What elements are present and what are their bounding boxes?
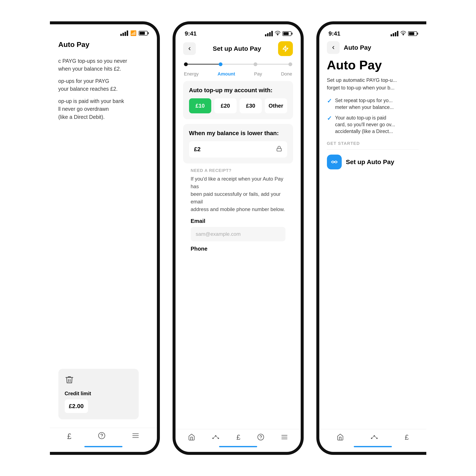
left-phone: 📶 Auto Pay c PAYG top-ups so you neverwh… xyxy=(50,21,160,455)
right-battery-icon xyxy=(408,31,417,36)
step-dot-pay xyxy=(254,62,257,66)
amount-btn-10[interactable]: £10 xyxy=(189,98,211,113)
signal-icon xyxy=(120,31,128,36)
nav-item-help-center[interactable] xyxy=(257,433,264,441)
step-dot-done xyxy=(289,62,292,66)
right-phone-content: Auto Pay Auto Pay Set up automatic PAYG … xyxy=(319,39,426,452)
center-time: 9:41 xyxy=(185,30,197,37)
step-line-2 xyxy=(222,64,254,65)
right-header: Auto Pay xyxy=(319,39,426,58)
receipt-description: If you'd like a receipt when your Auto P… xyxy=(191,175,286,213)
feature-list: ✓ Set repeat top-ups for yo...meter when… xyxy=(327,97,419,135)
svg-rect-7 xyxy=(277,148,281,151)
right-status-bar: 9:41 xyxy=(319,24,426,39)
nav-item-network[interactable] xyxy=(212,434,220,440)
center-signal-icon xyxy=(265,31,273,36)
center-status-bar: 9:41 xyxy=(175,24,301,39)
left-desc-2: op-ups for your PAYGyour balance reaches… xyxy=(58,77,157,93)
step-label-done: Done xyxy=(281,71,292,77)
back-button[interactable] xyxy=(183,42,196,55)
right-nav-network[interactable] xyxy=(370,434,378,440)
center-header: Set up Auto Pay xyxy=(175,39,301,60)
nav-item-billing[interactable]: £ xyxy=(237,433,240,441)
setup-auto-pay-button[interactable]: Set up Auto Pay xyxy=(327,154,419,169)
steps-indicator xyxy=(175,60,301,71)
svg-point-21 xyxy=(376,438,378,439)
left-description: c PAYG top-ups so you neverwhen your bal… xyxy=(58,57,157,125)
balance-input-row: £2 xyxy=(189,141,287,157)
left-header-title: Auto Pay xyxy=(50,38,157,53)
nav-item-home[interactable] xyxy=(188,433,195,441)
center-battery-icon xyxy=(283,31,291,36)
left-phone-content: Auto Pay c PAYG top-ups so you neverwhen… xyxy=(50,38,157,452)
center-body: Auto top-up my account with: £10 £20 £30… xyxy=(175,81,301,429)
left-desc-1: c PAYG top-ups so you neverwhen your bal… xyxy=(58,57,157,73)
get-started-divider xyxy=(327,149,419,150)
receipt-section: NEED A RECEIPT? If you'd like a receipt … xyxy=(183,168,293,255)
feature-text-1: Set repeat top-ups for yo...meter when y… xyxy=(335,97,394,111)
right-signal-icon xyxy=(391,31,398,36)
receipt-label: NEED A RECEIPT? xyxy=(191,168,286,173)
step-line-1 xyxy=(188,64,219,65)
right-body: Auto Pay Set up automatic PAYG top-u...f… xyxy=(319,58,426,429)
balance-section-title: When my balance is lower than: xyxy=(189,130,287,136)
right-back-button[interactable] xyxy=(327,41,340,54)
right-nav-home[interactable] xyxy=(337,433,344,441)
right-header-title: Auto Pay xyxy=(344,44,371,51)
canvas: 📶 Auto Pay c PAYG top-ups so you neverwh… xyxy=(0,0,476,476)
step-dot-energy xyxy=(184,62,188,66)
svg-point-18 xyxy=(403,34,404,35)
svg-point-9 xyxy=(215,435,216,437)
battery-icon xyxy=(139,31,148,35)
right-time: 9:41 xyxy=(329,30,340,37)
feature-item-2: ✓ Your auto top-up is paidcard, so you'l… xyxy=(327,114,419,135)
phone-label: Phone xyxy=(191,245,286,252)
svg-point-19 xyxy=(371,438,372,439)
center-header-title: Set up Auto Pay xyxy=(213,45,261,52)
amount-section: Auto top-up my account with: £10 £20 £30… xyxy=(183,81,293,119)
right-phone: 9:41 xyxy=(316,21,426,455)
amount-btn-other[interactable]: Other xyxy=(265,98,287,113)
check-icon-1: ✓ xyxy=(327,98,332,104)
auto-pay-description: Set up automatic PAYG top-u...forget to … xyxy=(327,76,419,92)
balance-section: When my balance is lower than: £2 xyxy=(183,124,293,163)
svg-line-11 xyxy=(214,436,215,438)
steps-labels: Energy Amount Pay Done xyxy=(175,71,301,81)
amount-btn-30[interactable]: £30 xyxy=(239,98,262,113)
step-label-pay: Pay xyxy=(254,71,262,77)
lock-icon xyxy=(276,146,282,153)
balance-value: £2 xyxy=(194,146,201,153)
email-input[interactable]: sam@example.com xyxy=(191,227,286,241)
center-phone-content: Set up Auto Pay Energy Amount xyxy=(175,39,301,452)
nav-item-menu[interactable] xyxy=(132,432,139,441)
amount-btn-20[interactable]: £20 xyxy=(214,98,237,113)
svg-point-20 xyxy=(374,435,375,437)
center-phone: 9:41 xyxy=(172,21,304,455)
amount-buttons-group: £10 £20 £30 Other xyxy=(189,98,287,113)
credit-limit-label: Credit limit xyxy=(65,391,132,396)
left-status-bar: 📶 xyxy=(50,24,157,38)
left-body: c PAYG top-ups so you neverwhen your bal… xyxy=(50,53,157,428)
action-button[interactable] xyxy=(278,41,293,56)
right-nav-billing[interactable]: £ xyxy=(405,433,409,441)
step-label-amount: Amount xyxy=(218,71,235,77)
svg-line-23 xyxy=(375,436,376,438)
step-line-3 xyxy=(257,64,289,65)
step-dot-amount xyxy=(219,62,222,66)
left-bottom-nav: £ xyxy=(50,428,157,452)
feature-item-1: ✓ Set repeat top-ups for yo...meter when… xyxy=(327,97,419,111)
svg-point-13 xyxy=(257,434,263,440)
svg-line-12 xyxy=(217,436,218,438)
center-bottom-nav: £ xyxy=(175,429,301,452)
nav-item-help[interactable] xyxy=(98,432,105,441)
email-label: Email xyxy=(191,218,286,224)
amount-section-title: Auto top-up my account with: xyxy=(189,87,287,94)
feature-text-2: Your auto top-up is paidcard, so you'll … xyxy=(335,114,395,135)
left-card: Credit limit £2.00 xyxy=(58,369,139,419)
center-wifi-icon xyxy=(275,31,280,36)
svg-point-8 xyxy=(213,438,214,439)
nav-item-pound[interactable]: £ xyxy=(67,432,71,441)
nav-item-more[interactable] xyxy=(281,433,288,441)
left-desc-3: op-up is paid with your bankll never go … xyxy=(58,97,157,121)
wifi-icon: 📶 xyxy=(130,30,136,36)
